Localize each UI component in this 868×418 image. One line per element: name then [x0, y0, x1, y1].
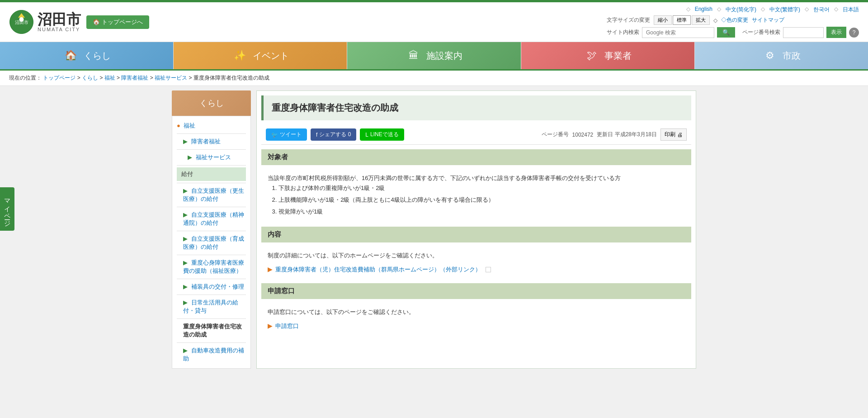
print-button[interactable]: 印刷 🖨 — [660, 128, 687, 141]
breadcrumb-fukushi[interactable]: 福祉 — [104, 75, 115, 81]
sidebar-divider-10 — [177, 318, 246, 319]
arrow-icon-4: ▶ — [183, 211, 188, 218]
bullet-icon: ● — [177, 122, 180, 129]
breadcrumb-shogaisha[interactable]: 障害者福祉 — [121, 75, 148, 81]
sidebar-item-jidosha[interactable]: ▶ 自動車改造費用の補助 — [177, 345, 246, 365]
external-link-icon: ▶ — [268, 264, 273, 275]
shisetsu-icon: 🏛 — [406, 48, 422, 64]
section-naiyou-header: 内容 — [261, 227, 691, 242]
content-wrap: くらし ● 福祉 ▶ 障害者福祉 ▶ 福祉サービス 給付 — [167, 86, 701, 373]
help-button[interactable]: ? — [849, 28, 859, 38]
section-madoguchi: 申請窓口 申請窓口については、以下のページをご確認ください。 ▶ 申請窓口 — [261, 283, 691, 335]
search-button[interactable]: 🔍 — [717, 27, 735, 38]
nav-shisei-label: 市政 — [783, 50, 801, 62]
sidebar-item-shogaisha[interactable]: ▶ 障害者福祉 — [177, 136, 246, 147]
search-label: サイト内検索 — [607, 28, 639, 36]
breadcrumb-service[interactable]: 福祉サービス — [155, 75, 187, 81]
nav-shisetsu[interactable]: 🏛 施設案内 — [347, 42, 521, 69]
page-search-input[interactable] — [783, 27, 824, 38]
arrow-icon-7: ▶ — [183, 283, 188, 290]
sidebar-section: ● 福祉 ▶ 障害者福祉 ▶ 福祉サービス 給付 ▶ 自立支援医 — [172, 116, 250, 368]
arrow-icon-1: ▶ — [183, 138, 188, 145]
sidebar-item-service[interactable]: ▶ 福祉サービス — [177, 152, 246, 163]
breadcrumb-toppage[interactable]: トップページ — [43, 75, 75, 81]
font-standard-button[interactable]: 標準 — [673, 15, 691, 25]
search-input[interactable] — [642, 27, 714, 38]
nav-shisei[interactable]: ⚙ 市政 — [695, 42, 868, 69]
arrow-icon-8: ▶ — [183, 299, 188, 306]
sidebar-divider-1 — [177, 133, 246, 134]
nav-shisetsu-label: 施設案内 — [426, 50, 462, 62]
sidebar-title: くらし — [172, 90, 251, 116]
section-madoguchi-body: 申請窓口については、以下のページをご確認ください。 ▶ 申請窓口 — [261, 304, 691, 335]
jigyosha-icon: 🕊 — [584, 48, 600, 64]
external-badge-icon — [486, 267, 491, 272]
font-large-button[interactable]: 拡大 — [692, 15, 710, 25]
sidebar-item-nichijo[interactable]: ▶ 日常生活用具の給付・貸与 — [177, 297, 246, 317]
header-left: 沼田市 沼田市 NUMATA CITY 🏠 トップページへ — [9, 10, 149, 34]
page-title: 重度身体障害者住宅改造の助成 — [272, 102, 683, 114]
sidebar-item-hosogu[interactable]: ▶ 補装具の交付・修理 — [177, 281, 246, 293]
facebook-share-button[interactable]: f シェアする 0 — [311, 128, 356, 141]
lang-chinese-simplified[interactable]: 中文(简化字) — [726, 6, 756, 14]
sub-link[interactable]: 申請窓口 — [275, 321, 299, 331]
line-send-button[interactable]: L LINEで送る — [360, 128, 404, 141]
page-title-bar: 重度身体障害者住宅改造の助成 — [261, 95, 691, 120]
taishosha-intro: 当該年度の市町村民税所得割額が、16万円未満の世帯に属する方で、下記のいずれかに… — [268, 173, 685, 183]
nav-event[interactable]: ✨ イベント — [174, 42, 347, 69]
sidebar-item-jiritsu1[interactable]: ▶ 自立支援医療（更生医療）の給付 — [177, 185, 246, 205]
sidebar-item-fukushi[interactable]: ● 福祉 — [177, 120, 246, 132]
lang-chinese-traditional[interactable]: 中文(繁體字) — [769, 6, 800, 14]
mypage-sidebar[interactable]: マイページ — [0, 187, 14, 231]
section-taishosha-header: 対象者 — [261, 149, 691, 165]
section-naiyou-body: 制度の詳細については、以下のホームページをご確認ください。 ▶ 重度身体障害者（… — [261, 247, 691, 279]
lang-english[interactable]: English — [695, 6, 712, 14]
section-taishosha: 対象者 当該年度の市町村民税所得割額が、16万円未満の世帯に属する方で、下記のい… — [261, 149, 691, 222]
social-row: 🐦 ツイート f シェアする 0 L LINEで送る ページ番号 1002472… — [261, 125, 691, 145]
sidebar-item-jiritsu2[interactable]: ▶ 自立支援医療（精神通院）の給付 — [177, 209, 246, 229]
page-search-label: ページ番号検索 — [742, 28, 780, 36]
list-item-1: 下肢および体幹の重複障がいが1級・2級 — [278, 183, 685, 193]
sitemap-link[interactable]: サイトマップ — [752, 16, 784, 24]
madoguchi-intro: 申請窓口については、以下のページをご確認ください。 — [268, 307, 685, 317]
font-size-row: 文字サイズの変更 縮小 標準 拡大 ◇ ◇色の変更 サイトマップ — [607, 15, 859, 25]
kurashi-icon: 🏠 — [63, 48, 79, 64]
sidebar-divider-4 — [177, 183, 246, 183]
sidebar-divider-3 — [177, 165, 246, 166]
update-date: 平成28年3月18日 — [615, 131, 657, 138]
shisei-icon: ⚙ — [762, 48, 778, 64]
page-number-value: 1002472 — [572, 132, 594, 138]
update-date-area: 更新日 平成28年3月18日 — [597, 131, 657, 138]
sidebar-item-judo[interactable]: ▶ 重度心身障害者医療費の援助（福祉医療） — [177, 257, 246, 277]
section-madoguchi-header: 申請窓口 — [261, 283, 691, 299]
sidebar-item-jiritsu3[interactable]: ▶ 自立支援医療（育成医療）の給付 — [177, 233, 246, 253]
sub-link-icon: ▶ — [268, 321, 273, 332]
sidebar-nav: ● 福祉 ▶ 障害者福祉 ▶ 福祉サービス 給付 ▶ 自立支援医 — [172, 116, 251, 369]
city-roman-name: NUMATA CITY — [38, 27, 81, 32]
facebook-icon: f — [316, 132, 317, 138]
lang-korean[interactable]: 한국어 — [813, 6, 830, 14]
update-label: 更新日 — [597, 131, 613, 138]
sidebar-divider-7 — [177, 255, 246, 255]
nav-kurashi[interactable]: 🏠 くらし — [0, 42, 174, 69]
breadcrumb-kurashi[interactable]: くらし — [82, 75, 98, 81]
header-right: ◇ English ◇ 中文(简化字) ◇ 中文(繁體字) ◇ 한국어 ◇ 日本… — [607, 6, 859, 38]
arrow-icon-6: ▶ — [183, 259, 188, 266]
language-row: ◇ English ◇ 中文(简化字) ◇ 中文(繁體字) ◇ 한국어 ◇ 日本… — [607, 6, 859, 14]
font-small-button[interactable]: 縮小 — [654, 15, 672, 25]
home-button[interactable]: 🏠 トップページへ — [86, 15, 149, 29]
tweet-label: ツイート — [280, 131, 302, 138]
external-link[interactable]: 重度身体障害者（児）住宅改造費補助（群馬県ホームページ）（外部リンク） — [275, 265, 481, 275]
city-name: 沼田市 — [38, 12, 81, 27]
nav-jigyosha[interactable]: 🕊 事業者 — [521, 42, 695, 69]
color-change-link[interactable]: ◇色の変更 — [721, 16, 748, 24]
arrow-icon-5: ▶ — [183, 235, 188, 242]
city-logo-icon: 沼田市 — [9, 10, 34, 34]
font-buttons: 縮小 標準 拡大 — [654, 15, 710, 25]
sidebar-divider-6 — [177, 231, 246, 231]
tweet-button[interactable]: 🐦 ツイート — [266, 128, 307, 141]
sidebar: くらし ● 福祉 ▶ 障害者福祉 ▶ 福祉サービス 給付 — [172, 90, 251, 369]
page-search-button[interactable]: 表示 — [826, 27, 846, 38]
breadcrumb: 現在の位置： トップページ > くらし > 福祉 > 障害者福祉 > 福祉サービ… — [0, 71, 868, 86]
lang-japanese[interactable]: 日本語 — [843, 6, 859, 14]
